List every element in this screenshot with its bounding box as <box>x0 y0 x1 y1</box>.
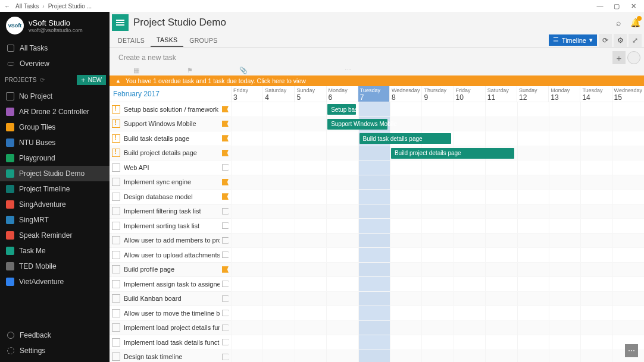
add-task-button[interactable]: + <box>612 51 626 64</box>
sidebar-project-playground[interactable]: Playground <box>0 150 110 166</box>
menu-toggle[interactable] <box>112 14 129 31</box>
flag-icon[interactable] <box>222 106 229 112</box>
timeline-bar[interactable]: Support Windows Mobile <box>327 119 387 130</box>
breadcrumb-project[interactable]: Project Studio ... <box>45 3 95 10</box>
task-checkbox[interactable] <box>112 352 120 361</box>
task-checkbox[interactable] <box>112 134 120 143</box>
sidebar-project-speak[interactable]: Speak Reminder <box>0 228 110 243</box>
task-checkbox[interactable] <box>112 222 120 230</box>
task-row[interactable]: Design task timeline <box>110 350 231 363</box>
sidebar-project-taskme[interactable]: Task Me <box>0 243 110 259</box>
task-checkbox[interactable] <box>112 178 120 186</box>
sidebar-project-ar-drone[interactable]: AR Drone 2 Controller <box>0 104 110 119</box>
window-close[interactable]: ✕ <box>625 2 642 10</box>
sidebar-project-ntu-buses[interactable]: NTU Buses <box>0 135 110 150</box>
search-icon[interactable]: ⌕ <box>613 17 624 28</box>
assignee-avatar[interactable] <box>627 51 640 64</box>
window-minimize[interactable]: — <box>592 2 608 10</box>
flag-icon[interactable] <box>222 354 229 360</box>
task-checkbox[interactable] <box>112 323 120 332</box>
window-maximize[interactable]: ▢ <box>608 2 625 10</box>
feedback-link[interactable]: Feedback <box>0 328 110 343</box>
task-checkbox[interactable] <box>112 193 120 201</box>
flag-icon[interactable] <box>222 310 229 316</box>
flag-icon[interactable] <box>222 266 229 273</box>
flag-icon[interactable] <box>222 281 229 287</box>
sidebar-project-vietadv[interactable]: VietAdventure <box>0 274 110 289</box>
task-row[interactable]: Implement load task details function <box>110 335 231 350</box>
task-row[interactable]: Implement load project details functi <box>110 321 231 336</box>
task-checkbox[interactable] <box>112 265 120 273</box>
expand-button[interactable]: ⤢ <box>629 34 642 47</box>
attachment-icon[interactable]: 📎 <box>217 67 270 74</box>
flag-icon[interactable] <box>222 325 229 331</box>
create-task-input[interactable] <box>115 51 612 65</box>
flag-icon[interactable] <box>222 150 229 156</box>
sidebar-project-no-project[interactable]: No Project <box>0 89 110 104</box>
task-checkbox[interactable] <box>112 207 120 215</box>
tab-groups[interactable]: GROUPS <box>183 34 223 46</box>
sidebar-project-singadv[interactable]: SingAdventure <box>0 197 110 212</box>
flag-icon[interactable] <box>222 237 229 244</box>
task-row[interactable]: Implement assign task to assignees f <box>110 277 231 292</box>
tab-details[interactable]: DETAILS <box>112 34 151 46</box>
more-icon[interactable]: ⋯ <box>270 67 425 74</box>
flag-icon[interactable] <box>222 179 229 185</box>
task-row[interactable]: Setup basic solution / framework <box>110 102 231 117</box>
flag-icon[interactable] <box>222 339 229 345</box>
flag-icon[interactable] <box>222 164 229 171</box>
back-button[interactable]: ← <box>2 3 12 10</box>
refresh-projects-icon[interactable]: ⟳ <box>40 77 45 83</box>
task-row[interactable]: Web API <box>110 160 231 175</box>
sidebar-project-proj-tl[interactable]: Project Timeline <box>0 181 110 197</box>
task-row[interactable]: Support Windows Mobile <box>110 117 231 132</box>
refresh-button[interactable]: ⟳ <box>599 34 612 47</box>
task-checkbox[interactable] <box>112 163 120 172</box>
timeline-bar[interactable]: Build project details page <box>391 148 515 159</box>
task-checkbox[interactable] <box>112 119 120 128</box>
overdue-alert[interactable]: You have 1 overdue task and 1 task due t… <box>110 75 644 86</box>
flag-icon[interactable] <box>222 135 229 141</box>
settings-link[interactable]: Settings <box>0 343 110 358</box>
flag-icon[interactable] <box>222 295 229 302</box>
task-checkbox[interactable] <box>112 309 120 317</box>
sidebar-project-group-tiles[interactable]: Group Tiles <box>0 119 110 135</box>
task-checkbox[interactable] <box>112 236 120 244</box>
task-checkbox[interactable] <box>112 105 120 114</box>
task-row[interactable]: Implement filtering task list <box>110 204 231 219</box>
task-row[interactable]: Build profile page <box>110 263 231 278</box>
nav-all-tasks[interactable]: All Tasks <box>0 40 110 56</box>
task-row[interactable]: Build project details page <box>110 146 231 161</box>
task-row[interactable]: Implement sorting task list <box>110 219 231 234</box>
flag-icon[interactable]: ⚑ <box>163 67 217 74</box>
timeline-bar[interactable]: Build task details page <box>359 133 451 144</box>
flag-icon[interactable] <box>222 251 229 258</box>
sidebar-project-ted[interactable]: TED Mobile <box>0 259 110 274</box>
flag-icon[interactable] <box>222 193 229 200</box>
sidebar-project-proj-demo[interactable]: Project Studio Demo <box>0 166 110 181</box>
notifications-icon[interactable]: 🔔 <box>630 17 640 28</box>
task-checkbox[interactable] <box>112 294 120 303</box>
view-mode-timeline[interactable]: ☰ Timeline ▾ <box>549 34 597 46</box>
new-project-button[interactable]: NEW <box>77 75 106 85</box>
flag-icon[interactable] <box>222 208 229 215</box>
nav-overview[interactable]: Overview <box>0 56 110 71</box>
calendar-icon[interactable]: ▦ <box>110 67 163 74</box>
tab-tasks[interactable]: TASKS <box>151 34 183 47</box>
task-checkbox[interactable] <box>112 280 120 288</box>
task-row[interactable]: Allow user to upload attachments to <box>110 248 231 263</box>
breadcrumb-all-tasks[interactable]: All Tasks <box>12 3 42 10</box>
task-row[interactable]: Allow user to move the timeline bar o <box>110 306 231 321</box>
task-checkbox[interactable] <box>112 251 120 259</box>
settings-button[interactable]: ⚙ <box>614 34 627 47</box>
timeline-bar[interactable]: Setup bas <box>327 104 355 115</box>
timeline-pane[interactable]: Friday3Saturday4Sunday5Monday6Tuesday7We… <box>231 86 644 362</box>
task-row[interactable]: Allow user to add members to project <box>110 234 231 248</box>
task-row[interactable]: Build task details page <box>110 131 231 146</box>
sidebar-project-singmrt[interactable]: SingMRT <box>0 212 110 228</box>
task-row[interactable]: Design database model <box>110 190 231 204</box>
flag-icon[interactable] <box>222 121 229 127</box>
more-floating-button[interactable]: ⋯ <box>625 344 638 357</box>
task-checkbox[interactable] <box>112 149 120 157</box>
task-row[interactable]: Implement sync engine <box>110 175 231 190</box>
